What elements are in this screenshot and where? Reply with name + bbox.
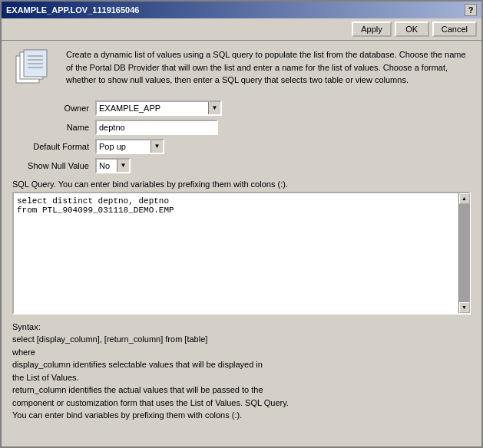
title-bar: EXAMPLE_APP.LOV_1119165046 ?	[2, 2, 481, 18]
window-title: EXAMPLE_APP.LOV_1119165046	[6, 5, 139, 15]
format-value: Pop up	[97, 141, 151, 152]
format-dropdown-arrow[interactable]: ▼	[151, 140, 163, 153]
syntax-title: Syntax:	[12, 322, 41, 331]
sql-scrollbar: ▲ ▼	[458, 193, 469, 313]
default-format-row: Default Format Pop up ▼	[12, 139, 471, 154]
syntax-line1: select [display_column], [return_column]…	[12, 334, 207, 344]
owner-dropdown[interactable]: EXAMPLE_APP ▼	[95, 100, 222, 116]
show-null-row: Show Null Value No ▼	[12, 158, 471, 173]
scroll-down-button[interactable]: ▼	[459, 302, 470, 313]
owner-value: EXAMPLE_APP	[97, 103, 208, 114]
scroll-track	[459, 204, 470, 302]
ok-button[interactable]: OK	[395, 21, 429, 37]
name-label: Name	[12, 123, 89, 132]
app-icon	[12, 48, 58, 87]
scroll-up-button[interactable]: ▲	[459, 193, 470, 204]
syntax-line7: You can enter bind variables by prefixin…	[12, 410, 242, 420]
owner-row: Owner EXAMPLE_APP ▼	[12, 100, 471, 116]
default-format-label: Default Format	[12, 142, 89, 151]
content-area: Create a dynamic list of values using a …	[2, 41, 481, 446]
syntax-line4: the List of Values.	[12, 373, 79, 382]
sql-label: SQL Query. You can enter bind variables …	[12, 180, 471, 189]
cancel-button[interactable]: Cancel	[432, 21, 477, 37]
null-dropdown[interactable]: No ▼	[95, 158, 131, 173]
syntax-section: Syntax: select [display_column], [return…	[12, 321, 471, 422]
main-window: EXAMPLE_APP.LOV_1119165046 ? Apply OK Ca…	[0, 0, 483, 448]
name-input[interactable]	[95, 120, 218, 135]
toolbar: Apply OK Cancel	[2, 18, 481, 41]
header-area: Create a dynamic list of values using a …	[12, 48, 471, 94]
syntax-line5: return_column identifies the actual valu…	[12, 385, 263, 394]
sql-textarea[interactable]	[14, 193, 458, 313]
null-dropdown-arrow[interactable]: ▼	[117, 160, 129, 172]
format-dropdown[interactable]: Pop up ▼	[95, 139, 164, 154]
null-value: No	[97, 160, 117, 171]
form-section: Owner EXAMPLE_APP ▼ Name Default Format …	[12, 100, 471, 173]
syntax-line6: component or customization form that use…	[12, 398, 289, 407]
owner-dropdown-arrow[interactable]: ▼	[208, 102, 220, 114]
apply-button[interactable]: Apply	[352, 21, 392, 37]
description-text: Create a dynamic list of values using a …	[66, 48, 471, 87]
owner-label: Owner	[12, 104, 89, 113]
syntax-line2: where	[12, 348, 35, 357]
name-row: Name	[12, 120, 471, 135]
syntax-line3: display_column identifies selectable val…	[12, 360, 263, 369]
sql-container: ▲ ▼	[12, 192, 471, 315]
help-button[interactable]: ?	[465, 4, 477, 16]
show-null-label: Show Null Value	[12, 161, 89, 170]
